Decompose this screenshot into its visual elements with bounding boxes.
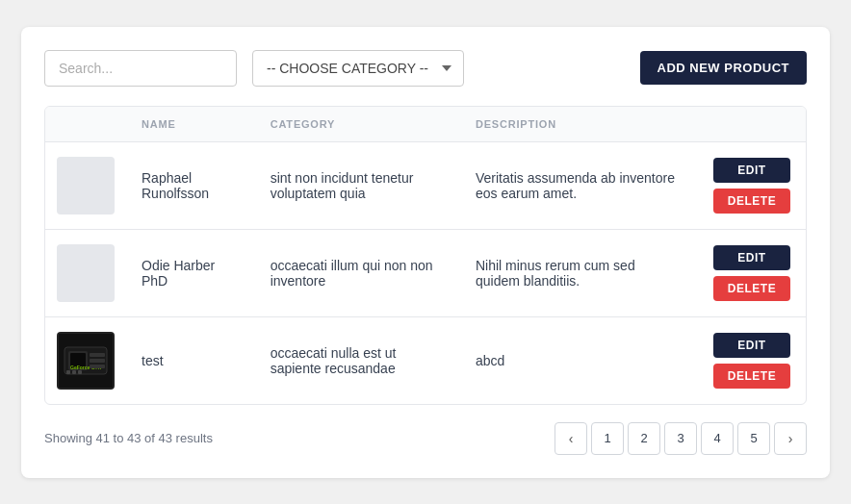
image-cell — [45, 141, 126, 229]
col-description: DESCRIPTION — [460, 107, 698, 142]
image-cell — [45, 229, 126, 316]
product-image-placeholder — [57, 244, 115, 302]
edit-button[interactable]: EDIT — [713, 333, 790, 358]
page-1-button[interactable]: 1 — [591, 422, 624, 455]
page-4-button[interactable]: 4 — [701, 422, 734, 455]
svg-rect-7 — [90, 365, 105, 368]
add-new-product-button[interactable]: ADD NEW PRODUCT — [640, 51, 808, 85]
edit-button[interactable]: EDIT — [713, 245, 790, 270]
main-container: -- CHOOSE CATEGORY -- ADD NEW PRODUCT NA… — [21, 27, 830, 478]
name-cell: Raphael Runolfsson — [126, 141, 255, 229]
table-row: Raphael Runolfsson sint non incidunt ten… — [45, 141, 806, 229]
products-table-wrapper: NAME CATEGORY DESCRIPTION Raphael Runolf… — [44, 106, 807, 405]
showing-text: Showing 41 to 43 of 43 results — [44, 431, 213, 445]
description-cell: Nihil minus rerum cum sed quidem blandit… — [460, 229, 698, 316]
products-table: NAME CATEGORY DESCRIPTION Raphael Runolf… — [45, 107, 806, 404]
name-cell: test — [126, 316, 255, 404]
name-cell: Odie Harber PhD — [126, 229, 255, 316]
page-3-button[interactable]: 3 — [664, 422, 697, 455]
action-cell: EDIT DELETE — [698, 141, 806, 229]
delete-button[interactable]: DELETE — [713, 276, 790, 301]
description-cell: abcd — [460, 316, 698, 404]
page-2-button[interactable]: 2 — [628, 422, 660, 455]
col-actions — [698, 107, 806, 142]
prev-page-button[interactable]: ‹ — [554, 422, 587, 455]
image-cell: GeForce GTX — [45, 316, 126, 404]
page-5-button[interactable]: 5 — [737, 422, 770, 455]
col-image — [45, 107, 126, 142]
page-controls: ‹ 1 2 3 4 5 › — [554, 422, 807, 455]
product-image: GeForce GTX — [57, 332, 115, 390]
category-select[interactable]: -- CHOOSE CATEGORY -- — [252, 50, 464, 87]
pagination: Showing 41 to 43 of 43 results ‹ 1 2 3 4… — [44, 422, 807, 455]
delete-button[interactable]: DELETE — [713, 364, 790, 389]
action-cell: EDIT DELETE — [698, 229, 806, 316]
toolbar: -- CHOOSE CATEGORY -- ADD NEW PRODUCT — [44, 50, 807, 87]
category-cell: occaecati illum qui non non inventore — [255, 229, 460, 316]
action-cell: EDIT DELETE — [698, 316, 806, 404]
next-page-button[interactable]: › — [774, 422, 807, 455]
table-row: Odie Harber PhD occaecati illum qui non … — [45, 229, 806, 316]
category-cell: sint non incidunt tenetur voluptatem qui… — [255, 141, 460, 229]
svg-rect-10 — [78, 370, 82, 374]
delete-button[interactable]: DELETE — [713, 189, 790, 214]
col-category: CATEGORY — [255, 107, 460, 142]
svg-rect-8 — [66, 370, 70, 374]
search-input[interactable] — [44, 50, 237, 87]
table-row: GeForce GTX test occaecati nulla est ut … — [45, 316, 806, 404]
svg-rect-5 — [90, 353, 105, 357]
table-header-row: NAME CATEGORY DESCRIPTION — [45, 107, 806, 142]
svg-rect-9 — [72, 370, 76, 374]
svg-rect-6 — [90, 359, 105, 363]
product-image-placeholder — [57, 157, 115, 214]
description-cell: Veritatis assumenda ab inventore eos ear… — [460, 141, 698, 229]
category-cell: occaecati nulla est ut sapiente recusand… — [255, 316, 460, 404]
col-name: NAME — [126, 107, 255, 142]
edit-button[interactable]: EDIT — [713, 158, 790, 183]
